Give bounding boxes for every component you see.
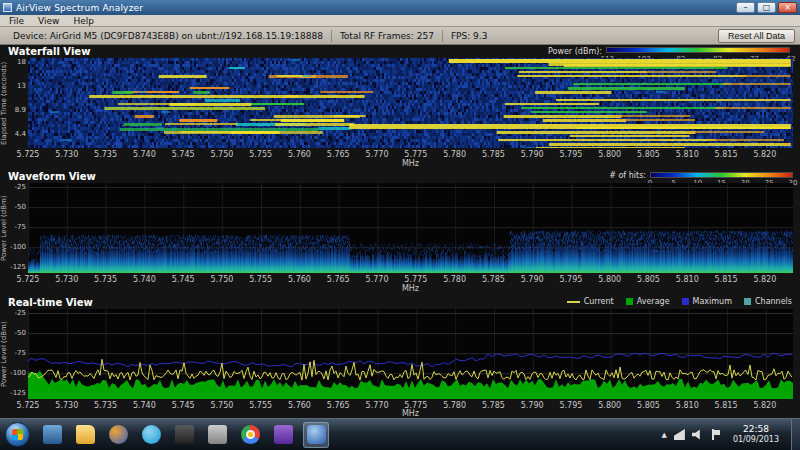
taskbar-app1-icon[interactable] (39, 422, 65, 448)
freq-tick-label: 5.820 (750, 401, 780, 409)
taskbar-icon-glyph (142, 425, 161, 444)
main-area: Waterfall View Power (dBm): -112-102-92-… (0, 45, 800, 418)
taskbar-airview-app-icon[interactable] (303, 422, 329, 448)
freq-tick-label: 5.770 (362, 275, 392, 283)
volume-icon[interactable] (692, 429, 703, 440)
freq-tick-label: 5.785 (478, 401, 508, 409)
freq-tick-label: 5.780 (440, 150, 470, 158)
freq-tick-label: 5.815 (711, 275, 741, 283)
elapsed-time-tick: 18 (17, 58, 26, 66)
taskbar-explorer-folder-icon[interactable] (72, 422, 98, 448)
minimize-button[interactable]: – (736, 2, 755, 13)
action-center-icon[interactable] (710, 429, 721, 440)
waterfall-x-unit: MHz (28, 159, 793, 168)
power-level-tick: -25 (15, 183, 26, 191)
power-level-tick: -25 (15, 309, 26, 317)
freq-tick-label: 5.790 (517, 401, 547, 409)
elapsed-time-tick: 4.4 (15, 130, 26, 138)
power-level-tick: -125 (10, 263, 26, 271)
taskbar-icon-glyph (307, 425, 326, 444)
freq-tick-label: 5.750 (207, 275, 237, 283)
freq-tick-label: 5.805 (634, 401, 664, 409)
freq-tick-label: 5.740 (129, 275, 159, 283)
taskbar-skype-icon[interactable] (138, 422, 164, 448)
start-button[interactable] (5, 422, 30, 447)
maximize-button[interactable]: □ (757, 2, 776, 13)
freq-tick-label: 5.810 (672, 275, 702, 283)
screen: AirView Spectrum Analyzer –□× FileViewHe… (0, 0, 800, 450)
legend-label: Current (584, 297, 614, 306)
close-button[interactable]: × (778, 2, 797, 13)
waveform-title: Waveform View (8, 171, 96, 182)
freq-tick-label: 5.730 (52, 150, 82, 158)
freq-tick-label: 5.725 (13, 275, 43, 283)
waveform-y-axis: -25-50-75-100-125 (8, 183, 26, 271)
legend-channels: Channels (744, 297, 792, 306)
freq-tick-label: 5.780 (440, 401, 470, 409)
taskbar-icon-glyph (274, 425, 293, 444)
menu-item[interactable]: View (31, 16, 66, 26)
freq-tick-label: 5.725 (13, 150, 43, 158)
freq-tick-label: 5.740 (129, 150, 159, 158)
freq-tick-label: 5.735 (91, 401, 121, 409)
realtime-title: Real-time View (8, 297, 93, 308)
taskbar-chrome-icon[interactable] (237, 422, 263, 448)
freq-tick-label: 5.760 (284, 401, 314, 409)
power-colorbar (606, 47, 790, 53)
app-icon (3, 3, 12, 12)
freq-tick-label: 5.760 (284, 150, 314, 158)
taskbar-icon-glyph (76, 425, 95, 444)
show-desktop-button[interactable] (791, 419, 800, 450)
tray-expand-icon[interactable]: ▲ (662, 431, 667, 439)
taskbar-app3-icon[interactable] (204, 422, 230, 448)
freq-tick-label: 5.795 (556, 275, 586, 283)
freq-tick-label: 5.730 (52, 401, 82, 409)
power-level-tick: -100 (10, 369, 26, 377)
freq-tick-label: 5.765 (323, 275, 353, 283)
waterfall-title: Waterfall View (8, 46, 90, 57)
legend-swatch (626, 298, 633, 305)
taskbar-icon-glyph (109, 425, 128, 444)
taskbar-icon-glyph (175, 425, 194, 444)
hits-colorbar (650, 172, 793, 178)
menu-item[interactable]: File (2, 16, 31, 26)
taskbar-app4-icon[interactable] (270, 422, 296, 448)
freq-tick-label: 5.765 (323, 401, 353, 409)
freq-tick-label: 5.800 (595, 150, 625, 158)
menu-item[interactable]: Help (66, 16, 101, 26)
reset-all-data-button[interactable]: Reset All Data (718, 29, 795, 43)
freq-tick-label: 5.735 (91, 275, 121, 283)
device-bar: Device: AirGrid M5 (DC9FD8743E8B) on ubn… (0, 27, 800, 45)
freq-tick-label: 5.810 (672, 150, 702, 158)
freq-tick-label: 5.760 (284, 275, 314, 283)
freq-tick-label: 5.775 (401, 150, 431, 158)
clock-time: 22:58 (743, 424, 769, 434)
network-icon[interactable] (674, 429, 685, 440)
freq-tick-label: 5.800 (595, 275, 625, 283)
waveform-x-unit: MHz (28, 284, 793, 293)
freq-tick-label: 5.755 (246, 401, 276, 409)
freq-tick-label: 5.755 (246, 150, 276, 158)
freq-tick-label: 5.750 (207, 401, 237, 409)
freq-tick-label: 5.775 (401, 401, 431, 409)
taskbar-app2-icon[interactable] (171, 422, 197, 448)
freq-tick-label: 5.795 (556, 401, 586, 409)
power-level-tick: -50 (15, 203, 26, 211)
taskbar-media-player-icon[interactable] (105, 422, 131, 448)
power-level-tick: -75 (15, 223, 26, 231)
clock[interactable]: 22:58 01/09/2013 (728, 424, 784, 445)
waveform-x-axis: 5.7255.7305.7355.7405.7455.7505.7555.760… (13, 275, 780, 283)
freq-tick-label: 5.765 (323, 150, 353, 158)
power-level-tick: -75 (15, 349, 26, 357)
legend-label: Maximum (693, 297, 732, 306)
rf-frames-count: Total RF Frames: 257 (331, 30, 442, 42)
system-tray: ▲ 22:58 01/09/2013 (662, 419, 800, 450)
freq-tick-label: 5.745 (168, 401, 198, 409)
realtime-x-unit: MHz (28, 409, 793, 418)
power-level-tick: -100 (10, 243, 26, 251)
waterfall-canvas (28, 58, 793, 148)
power-level-tick: -125 (10, 389, 26, 397)
fps-value: FPS: 9.3 (442, 30, 496, 42)
clock-date: 01/09/2013 (733, 435, 779, 444)
waterfall-x-axis: 5.7255.7305.7355.7405.7455.7505.7555.760… (13, 150, 780, 158)
